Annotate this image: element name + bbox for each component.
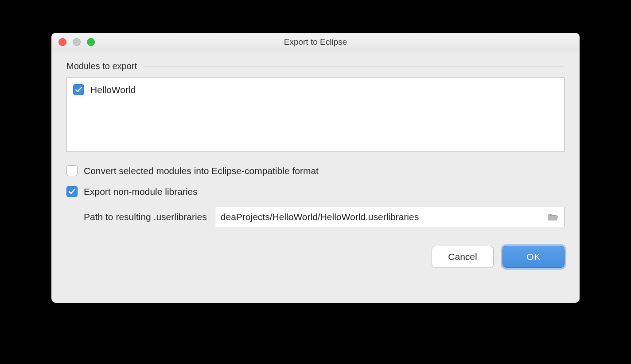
- convert-option-row: Convert selected modules into Eclipse-co…: [66, 165, 565, 176]
- close-icon[interactable]: [58, 38, 66, 46]
- export-libs-checkbox[interactable]: [66, 186, 78, 197]
- convert-label: Convert selected modules into Eclipse-co…: [84, 166, 319, 176]
- window-title: Export to Eclipse: [284, 37, 347, 47]
- module-checkbox[interactable]: [73, 84, 84, 95]
- section-divider: [143, 66, 565, 66]
- window-controls: [58, 38, 95, 46]
- folder-open-icon[interactable]: [547, 213, 559, 221]
- dialog-content: Modules to export HelloWorld Convert sel…: [51, 51, 580, 303]
- button-row: Cancel OK: [66, 246, 565, 268]
- cancel-button[interactable]: Cancel: [432, 246, 494, 268]
- convert-checkbox[interactable]: [66, 165, 78, 176]
- dialog-window: Export to Eclipse Modules to export Hell…: [51, 33, 580, 303]
- ok-button[interactable]: OK: [502, 246, 565, 268]
- export-libs-label: Export non-module libraries: [84, 186, 198, 197]
- path-label: Path to resulting .userlibraries: [84, 212, 207, 222]
- module-name: HelloWorld: [90, 85, 136, 95]
- path-row: Path to resulting .userlibraries: [66, 207, 565, 227]
- minimize-icon[interactable]: [73, 38, 81, 46]
- maximize-icon[interactable]: [87, 38, 95, 46]
- list-item[interactable]: HelloWorld: [73, 84, 558, 95]
- section-title: Modules to export: [66, 61, 137, 71]
- path-field: [215, 207, 565, 227]
- section-header: Modules to export: [66, 61, 565, 71]
- path-input[interactable]: [221, 212, 547, 222]
- export-libs-option-row: Export non-module libraries: [66, 186, 565, 197]
- titlebar: Export to Eclipse: [51, 33, 580, 51]
- module-list[interactable]: HelloWorld: [66, 77, 565, 152]
